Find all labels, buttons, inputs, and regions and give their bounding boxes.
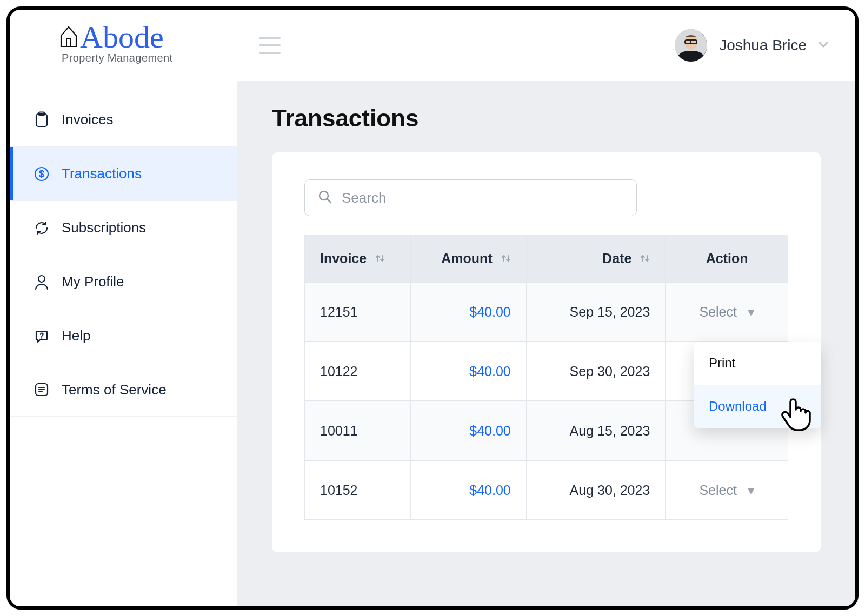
sidebar-nav: Invoices Transactions Subscriptions bbox=[10, 92, 237, 417]
dropdown-item-download[interactable]: Download bbox=[694, 385, 821, 428]
sidebar-item-label: Transactions bbox=[62, 165, 142, 182]
sidebar-item-my-profile[interactable]: My Profile bbox=[10, 255, 237, 309]
amount-cell: $40.00 bbox=[410, 460, 526, 520]
action-select-label: Select bbox=[699, 304, 736, 320]
sidebar-item-label: Help bbox=[62, 327, 90, 344]
sort-icon bbox=[375, 253, 385, 264]
refresh-icon bbox=[34, 220, 50, 236]
user-name: Joshua Brice bbox=[719, 37, 807, 54]
invoice-cell: 10122 bbox=[304, 342, 410, 401]
sidebar-item-label: Invoices bbox=[62, 111, 113, 128]
brand-tagline: Property Management bbox=[62, 52, 221, 64]
column-label: Amount bbox=[441, 251, 492, 266]
brand-logo: Abode Property Management bbox=[10, 10, 237, 81]
date-cell: Aug 30, 2023 bbox=[527, 460, 666, 520]
avatar bbox=[675, 29, 707, 62]
person-icon bbox=[34, 274, 50, 290]
column-header-action: Action bbox=[666, 235, 788, 282]
column-header-invoice[interactable]: Invoice bbox=[304, 235, 410, 282]
app-window: Abode Property Management Invoices Trans… bbox=[6, 6, 859, 610]
brand-name: Abode bbox=[80, 22, 164, 53]
sidebar: Abode Property Management Invoices Trans… bbox=[10, 10, 237, 606]
caret-down-icon: ▾ bbox=[748, 483, 755, 498]
action-cell: Select ▾ bbox=[666, 282, 788, 342]
chevron-down-icon bbox=[819, 41, 828, 50]
caret-down-icon: ▾ bbox=[748, 304, 755, 320]
search-box[interactable] bbox=[304, 179, 637, 216]
column-label: Action bbox=[706, 251, 748, 266]
action-cell: Select ▾ bbox=[666, 460, 788, 520]
column-label: Invoice bbox=[320, 251, 367, 266]
menu-toggle-button[interactable] bbox=[259, 37, 281, 54]
list-square-icon bbox=[34, 382, 50, 397]
search-input[interactable] bbox=[342, 190, 623, 206]
svg-rect-0 bbox=[66, 38, 71, 46]
sidebar-item-label: Subscriptions bbox=[62, 219, 146, 236]
amount-cell: $40.00 bbox=[410, 282, 526, 342]
svg-point-4 bbox=[38, 276, 45, 282]
search-icon bbox=[318, 190, 332, 206]
topbar: Joshua Brice bbox=[237, 10, 855, 81]
sidebar-item-help[interactable]: Help bbox=[10, 309, 237, 363]
sidebar-item-subscriptions[interactable]: Subscriptions bbox=[10, 200, 237, 255]
date-cell: Aug 15, 2023 bbox=[527, 401, 666, 460]
column-header-amount[interactable]: Amount bbox=[410, 235, 526, 282]
action-select[interactable]: Select ▾ bbox=[681, 304, 773, 320]
house-icon bbox=[59, 22, 78, 53]
clipboard-icon bbox=[34, 111, 50, 128]
action-select[interactable]: Select ▾ bbox=[681, 483, 773, 498]
table-row: 12151 $40.00 Sep 15, 2023 Select ▾ bbox=[304, 282, 788, 342]
sidebar-item-invoices[interactable]: Invoices bbox=[10, 92, 237, 146]
main-content: Joshua Brice Transactions bbox=[237, 10, 855, 606]
page-body: Transactions bbox=[237, 81, 855, 576]
help-bubble-icon bbox=[34, 329, 50, 344]
invoice-cell: 12151 bbox=[304, 282, 410, 342]
dollar-circle-icon bbox=[34, 166, 50, 182]
sort-icon bbox=[501, 253, 511, 264]
amount-cell: $40.00 bbox=[410, 342, 526, 401]
column-label: Date bbox=[602, 251, 631, 266]
sidebar-item-label: My Profile bbox=[62, 273, 124, 290]
action-select-label: Select bbox=[699, 483, 736, 498]
sort-icon bbox=[640, 253, 650, 264]
action-dropdown: Print Download bbox=[694, 342, 821, 428]
invoice-cell: 10011 bbox=[304, 401, 410, 460]
user-menu[interactable]: Joshua Brice bbox=[675, 29, 828, 62]
svg-line-13 bbox=[328, 199, 331, 203]
page-title: Transactions bbox=[272, 105, 821, 132]
sidebar-item-label: Terms of Service bbox=[62, 381, 167, 398]
sidebar-item-transactions[interactable]: Transactions bbox=[10, 146, 237, 200]
invoice-cell: 10152 bbox=[304, 460, 410, 520]
transactions-card: Invoice Amount bbox=[272, 152, 821, 552]
svg-point-5 bbox=[41, 337, 42, 338]
amount-cell: $40.00 bbox=[410, 401, 526, 460]
date-cell: Sep 15, 2023 bbox=[527, 282, 666, 342]
date-cell: Sep 30, 2023 bbox=[527, 342, 666, 401]
table-row: 10152 $40.00 Aug 30, 2023 Select ▾ bbox=[304, 460, 788, 520]
column-header-date[interactable]: Date bbox=[527, 235, 666, 282]
dropdown-item-print[interactable]: Print bbox=[694, 342, 821, 385]
app-layout: Abode Property Management Invoices Trans… bbox=[10, 10, 855, 606]
sidebar-item-terms[interactable]: Terms of Service bbox=[10, 363, 237, 417]
